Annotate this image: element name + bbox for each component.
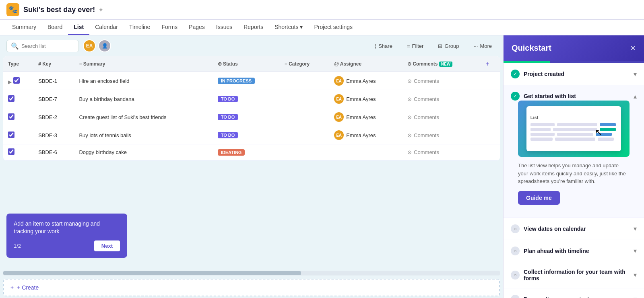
status-badge-5[interactable]: IDEATING	[218, 149, 245, 156]
tab-summary[interactable]: Summary	[6, 20, 42, 35]
status-badge-3[interactable]: TO DO	[218, 114, 238, 120]
tab-board[interactable]: Board	[42, 20, 68, 35]
row-checkbox-4[interactable]	[8, 132, 14, 138]
more-button[interactable]: ··· More	[469, 41, 497, 51]
group-button[interactable]: ⊞ Group	[433, 41, 464, 51]
search-icon: 🔍	[11, 42, 19, 50]
create-label: + Create	[17, 284, 39, 291]
qs-check-2: ✓	[511, 92, 520, 101]
qs-label-1: Project created	[524, 71, 564, 77]
row-status-4[interactable]: TO DO	[213, 126, 280, 144]
row-status-3[interactable]: TO DO	[213, 108, 280, 126]
table-row: ▶ SBDE-1 Hire an enclosed field IN PROGR…	[3, 72, 500, 90]
horizontal-scrollbar[interactable]	[3, 271, 500, 275]
qs-label-2: Get started with list	[524, 93, 576, 99]
col-summary: ≡ Summary	[74, 56, 213, 72]
table-row: SBDE-2 Create guest list of Suki's best …	[3, 108, 500, 126]
filter-icon: ≡	[407, 43, 410, 49]
row-type-4	[3, 126, 33, 144]
row-summary-1: Hire an enclosed field	[74, 72, 213, 90]
assignee-avatar-3: EA	[334, 112, 344, 122]
qs-item-calendar[interactable]: ○ View dates on calendar ▾	[504, 218, 644, 240]
row-assignee-2: EA Emma Ayres	[329, 90, 402, 108]
tab-issues[interactable]: Issues	[211, 20, 238, 35]
col-assignee: @ Assignee	[329, 56, 402, 72]
row-status-2[interactable]: TO DO	[213, 90, 280, 108]
row-checkbox-1[interactable]	[13, 77, 20, 84]
row-status-5[interactable]: IDEATING	[213, 144, 280, 160]
col-key: # Key	[33, 56, 74, 72]
left-panel: 🔍 EA 👤 ⟨ Share ≡ Filter ⊞	[0, 35, 503, 298]
table-row: SBDE-3 Buy lots of tennis balls TO DO EA…	[3, 126, 500, 144]
row-checkbox-3[interactable]	[8, 113, 14, 120]
tooltip-box: Add an item to start managing and tracki…	[6, 214, 127, 258]
tab-calendar[interactable]: Calendar	[89, 20, 124, 35]
row-checkbox-2[interactable]	[8, 95, 14, 102]
status-badge-1[interactable]: IN PROGRESS	[218, 78, 255, 84]
qs-check-5: ○	[511, 271, 520, 280]
comment-icon-4: ⊙	[407, 132, 412, 138]
row-key-2: SBDE-7	[33, 90, 74, 108]
share-button[interactable]: ⟨ Share	[369, 41, 397, 51]
add-column-button[interactable]: +	[485, 60, 489, 68]
row-summary-5: Doggy birthday cake	[74, 144, 213, 160]
tooltip-next-button[interactable]: Next	[94, 240, 120, 251]
guide-me-button[interactable]: Guide me	[518, 191, 560, 205]
star-icon[interactable]: ✦	[98, 6, 103, 14]
scrollbar-thumb[interactable]	[3, 271, 301, 275]
tab-pages[interactable]: Pages	[183, 20, 211, 35]
toolbar: 🔍 EA 👤 ⟨ Share ≡ Filter ⊞	[0, 35, 503, 56]
row-summary-2: Buy a birthday bandana	[74, 90, 213, 108]
row-comments-1: ⊙ Comments	[402, 72, 481, 90]
row-status-1[interactable]: IN PROGRESS	[213, 72, 280, 90]
row-key-3: SBDE-2	[33, 108, 74, 126]
assignee-avatar-1: EA	[334, 76, 344, 86]
tooltip-step: 1/2	[14, 243, 21, 249]
qs-item-forms[interactable]: ○ Collect information for your team with…	[504, 262, 644, 288]
qs-item-project-created[interactable]: ✓ Project created ▾	[504, 63, 644, 85]
tooltip-footer: 1/2 Next	[14, 240, 120, 251]
avatar-2[interactable]: 👤	[98, 39, 111, 52]
qs-label-6: Personalize your project	[524, 296, 589, 298]
chevron-down-icon-5: ▾	[634, 271, 637, 279]
filter-button[interactable]: ≡ Filter	[402, 41, 428, 51]
search-box[interactable]: 🔍	[6, 40, 79, 52]
list-row-bar-colored-1	[600, 123, 616, 126]
avatar-ea[interactable]: EA	[83, 39, 96, 52]
search-input[interactable]	[21, 43, 74, 49]
create-bar[interactable]: + + Create	[3, 279, 500, 296]
table-row: SBDE-7 Buy a birthday bandana TO DO EA E…	[3, 90, 500, 108]
project-icon: 🐾	[6, 3, 19, 16]
status-badge-4[interactable]: TO DO	[218, 132, 238, 138]
tab-timeline[interactable]: Timeline	[124, 20, 156, 35]
chevron-up-icon-2: ▴	[634, 92, 637, 100]
qs-check-1: ✓	[511, 70, 520, 78]
col-status: ⊕ Status	[213, 56, 280, 72]
qs-item-list[interactable]: ✓ Get started with list ▴ List	[504, 85, 644, 218]
row-type-5	[3, 144, 33, 160]
chevron-down-icon-3: ▾	[634, 225, 637, 232]
tab-reports[interactable]: Reports	[238, 20, 269, 35]
tab-project-settings[interactable]: Project settings	[308, 20, 358, 35]
tab-shortcuts[interactable]: Shortcuts ▾	[269, 20, 308, 35]
row-key-4: SBDE-3	[33, 126, 74, 144]
row-checkbox-5[interactable]	[8, 148, 14, 155]
tab-list[interactable]: List	[68, 20, 89, 35]
row-category-3	[280, 108, 329, 126]
group-icon: ⊞	[438, 43, 442, 49]
expand-button-1[interactable]: ▶	[8, 79, 12, 85]
qs-item-personalize[interactable]: ○ Personalize your project ▾	[504, 288, 644, 298]
row-summary-3: Create guest list of Suki's best friends	[74, 108, 213, 126]
new-badge: NEW	[439, 62, 452, 67]
row-summary-4: Buy lots of tennis balls	[74, 126, 213, 144]
qs-item-timeline[interactable]: ○ Plan ahead with timeline ▾	[504, 240, 644, 262]
tab-forms[interactable]: Forms	[156, 20, 183, 35]
quickstart-close-button[interactable]: ✕	[630, 44, 636, 53]
status-badge-2[interactable]: TO DO	[218, 96, 238, 102]
qs-check-4: ○	[511, 247, 520, 255]
row-category-1	[280, 72, 329, 90]
row-key-1: SBDE-1	[33, 72, 74, 90]
comment-icon-1: ⊙	[407, 78, 412, 84]
qs-label-3: View dates on calendar	[524, 226, 586, 232]
qs-list-inner: List	[526, 106, 621, 151]
